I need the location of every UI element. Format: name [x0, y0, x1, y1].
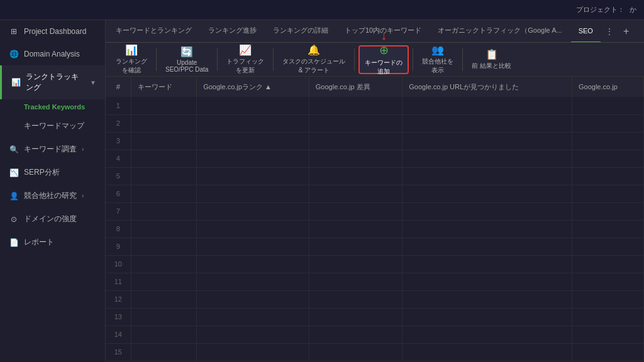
- table-cell: [309, 326, 402, 343]
- separator-6: [462, 48, 463, 71]
- sidebar-item-domain-strength[interactable]: ⊙ ドメインの強度: [0, 207, 105, 231]
- tab-organic[interactable]: オーガニックトラフィック（Google A...: [430, 20, 569, 43]
- table-cell: [309, 273, 402, 290]
- table-cell: [131, 202, 197, 220]
- tab-ranking-progress[interactable]: ランキング進捗: [201, 20, 264, 43]
- sidebar: ⊞ Project Dashboard 🌐 Domain Analysis 📊 …: [0, 20, 106, 362]
- sidebar-item-keyword-research[interactable]: 🔍 キーワード調査 ›: [0, 138, 105, 161]
- sidebar-item-tracked-keywords[interactable]: Tracked Keywords: [0, 99, 105, 114]
- table-cell: [402, 290, 572, 308]
- toolbar: 📊 ランキング を確認 🔄 Update SEO/PPC Data 📈 トラフィ…: [106, 43, 644, 77]
- col-keyword: キーワード: [131, 77, 197, 97]
- update-traffic-button[interactable]: 📈 トラフィック を更新: [221, 45, 269, 74]
- table-cell: [572, 255, 643, 273]
- table-row: 1: [106, 97, 644, 114]
- col-google-rank[interactable]: Google.co.jpランク ▲: [197, 77, 309, 97]
- table-cell: [197, 326, 309, 343]
- sidebar-item-domain-analysis[interactable]: 🌐 Domain Analysis: [0, 43, 105, 65]
- tab-seo[interactable]: SEO: [571, 20, 601, 43]
- table-cell: [402, 202, 572, 220]
- task-schedule-button[interactable]: 🔔 タスクのスケジュール & アラート: [277, 45, 350, 74]
- table-cell: [309, 202, 402, 220]
- table-cell: [402, 114, 572, 132]
- table-cell: [402, 97, 572, 114]
- table-cell: [402, 343, 572, 361]
- table-row: 13: [106, 308, 644, 326]
- table-row: 2: [106, 114, 644, 132]
- tab-bar: キーワードとランキング ランキング進捗 ランキングの詳細 トップ10内のキーワー…: [106, 20, 644, 43]
- table-cell: [197, 343, 309, 361]
- col-num: #: [106, 77, 131, 97]
- update-seo-label: Update SEO/PPC Data: [165, 59, 208, 73]
- tab-more-button[interactable]: ⋮: [602, 27, 617, 36]
- chevron-down-icon: ▼: [90, 79, 96, 86]
- table-cell: [309, 238, 402, 255]
- table-row: 12: [106, 290, 644, 308]
- tab-ranking-details[interactable]: ランキングの詳細: [265, 20, 336, 43]
- tab-label-ranking-details: ランキングの詳細: [273, 26, 328, 35]
- row-number: 13: [106, 308, 131, 326]
- sidebar-item-rank-tracking[interactable]: 📊 ランクトラッキング ▼: [0, 65, 105, 99]
- table-body: 12345678910111213141516: [106, 97, 644, 362]
- row-number: 5: [106, 167, 131, 185]
- update-seo-button[interactable]: 🔄 Update SEO/PPC Data: [160, 45, 213, 74]
- table-cell: [131, 185, 197, 202]
- table-cell: [402, 273, 572, 290]
- table-cell: [131, 273, 197, 290]
- serp-icon: 📉: [9, 168, 19, 178]
- separator-1: [156, 48, 157, 71]
- tab-add-button[interactable]: +: [618, 26, 634, 37]
- separator-4: [354, 48, 355, 71]
- sidebar-label-competitor: 競合他社の研究: [24, 190, 77, 201]
- table-row: 3: [106, 132, 644, 150]
- project-selector[interactable]: プロジェクト： か: [576, 5, 636, 14]
- sidebar-item-competitor[interactable]: 👤 競合他社の研究 ›: [0, 184, 105, 207]
- sidebar-item-project-dashboard[interactable]: ⊞ Project Dashboard: [0, 20, 105, 43]
- table-row: 6: [106, 185, 644, 202]
- row-number: 14: [106, 326, 131, 343]
- table-cell: [131, 220, 197, 238]
- table-cell: [402, 220, 572, 238]
- table-cell: [309, 290, 402, 308]
- table-row: 9: [106, 238, 644, 255]
- table-cell: [197, 273, 309, 290]
- table-cell: [572, 343, 643, 361]
- table-cell: [572, 202, 643, 220]
- table-cell: [572, 167, 643, 185]
- confirm-ranking-icon: 📊: [125, 44, 138, 56]
- sidebar-label-serp: SERP分析: [24, 167, 60, 178]
- table-cell: [131, 167, 197, 185]
- table-row: 8: [106, 220, 644, 238]
- table-cell: [572, 326, 643, 343]
- table-cell: [309, 150, 402, 167]
- chevron-right-icon: ›: [82, 146, 84, 153]
- domain-icon: 🌐: [9, 49, 19, 59]
- compare-results-button[interactable]: 📋 前 結果と比較: [467, 45, 516, 74]
- table-row: 5: [106, 167, 644, 185]
- table-cell: [572, 308, 643, 326]
- update-traffic-label: トラフィック を更新: [226, 57, 264, 75]
- table-row: 15: [106, 343, 644, 361]
- show-competitors-button[interactable]: 👥 競合他社を 表示: [417, 45, 458, 74]
- table-cell: [402, 167, 572, 185]
- table-cell: [131, 132, 197, 150]
- row-number: 2: [106, 114, 131, 132]
- sidebar-item-keyword-map[interactable]: キーワードマップ: [0, 114, 105, 138]
- tab-keyword-ranking[interactable]: キーワードとランキング: [108, 20, 199, 43]
- table-cell: [309, 132, 402, 150]
- confirm-ranking-button[interactable]: 📊 ランキング を確認: [111, 45, 152, 74]
- table-cell: [309, 255, 402, 273]
- table-cell: [131, 150, 197, 167]
- table-cell: [572, 150, 643, 167]
- table-cell: [402, 238, 572, 255]
- sidebar-item-serp[interactable]: 📉 SERP分析: [0, 161, 105, 184]
- table-row: 7: [106, 202, 644, 220]
- table-cell: [309, 185, 402, 202]
- table-cell: [402, 326, 572, 343]
- sidebar-item-reports[interactable]: 📄 レポート: [0, 231, 105, 254]
- update-seo-icon: 🔄: [180, 46, 193, 58]
- table-cell: [572, 238, 643, 255]
- add-keyword-button[interactable]: ⊕ キーワードの 追加 ↓: [358, 45, 409, 74]
- sidebar-label-rank-tracking: ランクトラッキング: [26, 72, 85, 93]
- task-schedule-label: タスクのスケジュール & アラート: [282, 57, 345, 75]
